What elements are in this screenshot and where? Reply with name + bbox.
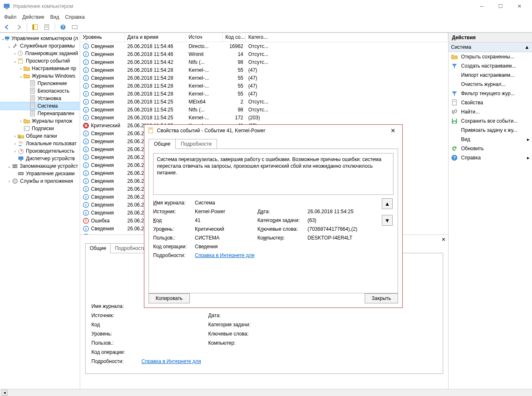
expand-icon[interactable]: ›: [18, 66, 23, 71]
tree-item[interactable]: ⌄Журналы Windows: [1, 72, 79, 80]
cell-level: Сведения: [91, 83, 114, 89]
action-item[interactable]: Обновить: [449, 144, 532, 153]
tree-item[interactable]: ⌄Запоминающие устройст: [1, 162, 79, 170]
action-item[interactable]: Очистить журнал...: [449, 80, 532, 89]
dialog-tab-details[interactable]: Подробности: [175, 139, 217, 149]
action-label: Сохранить все событи...: [461, 118, 529, 124]
tree-item-label: Общие папки: [26, 133, 57, 139]
tree-item[interactable]: Подписки: [1, 125, 79, 132]
col-level[interactable]: Уровень: [80, 33, 125, 42]
minimize-button[interactable]: ─: [472, 0, 491, 12]
properties-button[interactable]: [42, 23, 51, 32]
tree-item[interactable]: ›Производительность: [1, 147, 79, 155]
tree-item[interactable]: ⌄Управление компьютером (л: [1, 35, 79, 42]
dialog-title-bar: Свойства событий - Событие 41, Kernel-Po…: [144, 125, 402, 136]
expand-icon[interactable]: ›: [13, 141, 18, 146]
expand-icon[interactable]: ⌄: [7, 44, 12, 48]
tree-item[interactable]: ⌄Просмотр событий: [1, 57, 79, 65]
tree-item-label: Локальные пользоват: [26, 141, 77, 146]
col-datetime[interactable]: Дата и время: [125, 33, 186, 42]
back-button[interactable]: [3, 23, 12, 32]
tree-item[interactable]: ›Службы и приложения: [1, 177, 79, 185]
table-row[interactable]: iСведения26.06.2018 11:54:25MEIx642Отсут…: [80, 98, 448, 106]
col-category[interactable]: Катего...: [246, 33, 448, 42]
action-item[interactable]: ?Справка▸: [449, 153, 532, 162]
tree-item[interactable]: Диспетчер устройств: [1, 155, 79, 162]
table-row[interactable]: iСведения26.06.2018 11:54:28Kernel-...55…: [80, 90, 448, 98]
tree-item[interactable]: Управление дисками: [1, 170, 79, 177]
expand-icon[interactable]: ›: [13, 134, 18, 139]
table-row[interactable]: iСведения26.06.2018 11:54:25Ntfs (...98О…: [80, 106, 448, 114]
action-item[interactable]: Найти...: [449, 107, 532, 116]
svg-rect-3: [33, 25, 34, 30]
col-code[interactable]: Код со...: [223, 33, 246, 42]
blank-icon: [451, 136, 458, 143]
tree-item[interactable]: ›Настраиваемые пр: [1, 65, 79, 72]
extra-button[interactable]: [70, 23, 79, 32]
action-label: Импорт настраиваем...: [461, 72, 529, 78]
forward-button[interactable]: [14, 23, 23, 32]
tree-item[interactable]: ›Локальные пользоват: [1, 140, 79, 147]
help-button[interactable]: ?: [58, 23, 68, 32]
maximize-button[interactable]: ☐: [491, 0, 510, 12]
tree-item[interactable]: Перенаправлен: [1, 110, 79, 117]
action-item[interactable]: Вид▸: [449, 135, 532, 144]
expand-icon[interactable]: ⌄: [13, 59, 18, 63]
expand-icon[interactable]: ⌄: [18, 74, 23, 78]
table-row[interactable]: iСведения26.06.2018 11:54:28Kernel-...55…: [80, 66, 448, 74]
action-item[interactable]: Фильтр текущего жур...: [449, 89, 532, 98]
menu-view[interactable]: Вид: [50, 14, 59, 20]
tab-general[interactable]: Общие: [85, 243, 111, 253]
expand-icon[interactable]: ›: [13, 51, 17, 56]
menu-file[interactable]: Файл: [4, 14, 17, 20]
dialog-tab-general[interactable]: Общие: [149, 139, 176, 149]
expand-icon[interactable]: ⌄: [1, 36, 5, 41]
tree-item[interactable]: Система: [1, 102, 79, 110]
tree-item[interactable]: ›Планировщик заданий: [1, 50, 79, 57]
table-row[interactable]: iСведения26.06.2018 11:54:46Directo...16…: [80, 42, 448, 50]
prev-event-button[interactable]: ▲: [382, 198, 393, 209]
table-row[interactable]: iСведения26.06.2018 11:54:42Ntfs (...98О…: [80, 58, 448, 66]
tree-item[interactable]: Приложение: [1, 80, 79, 87]
close-button[interactable]: ✕: [510, 0, 529, 12]
dialog-help-link[interactable]: Справка в Интернете для: [195, 252, 255, 258]
filter-icon: [451, 63, 458, 69]
col-source[interactable]: Источ: [186, 33, 223, 42]
action-item[interactable]: Импорт настраиваем...: [449, 71, 532, 80]
action-item[interactable]: Привязать задачу к жу...: [449, 126, 532, 135]
table-row[interactable]: iСведения26.06.2018 11:54:46Wininit14Отс…: [80, 50, 448, 58]
actions-section[interactable]: Система ▲: [449, 43, 532, 52]
tree-item[interactable]: ⌄Служебные программы: [1, 42, 79, 50]
show-hide-button[interactable]: [30, 23, 40, 32]
table-row[interactable]: iСведения26.06.2018 11:54:28Kernel-...55…: [80, 74, 448, 82]
expand-icon[interactable]: ›: [18, 119, 23, 124]
dialog-close-button[interactable]: ✕: [387, 125, 399, 136]
expand-icon[interactable]: ⌄: [7, 164, 12, 169]
f-log-label: Имя журнала:: [153, 200, 195, 206]
tree-item[interactable]: Установка: [1, 95, 79, 102]
tree-item[interactable]: ›Общие папки: [1, 132, 79, 140]
action-item[interactable]: Свойства: [449, 98, 532, 107]
cell-code: 14: [223, 51, 246, 58]
action-item[interactable]: Открыть сохраненны...: [449, 52, 532, 61]
table-row[interactable]: iСведения26.06.2018 11:54:25Kernel-...17…: [80, 114, 448, 121]
next-event-button[interactable]: ▼: [382, 215, 393, 226]
cell-level: Ошибка: [91, 218, 110, 224]
dp-help-link[interactable]: Справка в Интернете для: [141, 358, 201, 364]
close-dialog-button[interactable]: Закрыть: [365, 293, 398, 303]
expand-icon[interactable]: ›: [7, 179, 12, 184]
info-icon: i: [83, 154, 89, 161]
svg-rect-14: [19, 59, 22, 60]
detail-close-icon[interactable]: ✕: [441, 237, 446, 242]
action-item[interactable]: Создать настраиваем...: [449, 61, 532, 71]
copy-button[interactable]: Копировать: [149, 293, 190, 303]
svg-text:i: i: [86, 179, 87, 184]
tree-item[interactable]: ›Журналы прилож: [1, 117, 79, 125]
table-row[interactable]: iСведения26.06.2018 11:54:28Kernel-...55…: [80, 82, 448, 90]
tree-item[interactable]: Безопасность: [1, 87, 79, 95]
expand-icon[interactable]: ›: [13, 149, 18, 154]
menu-action[interactable]: Действие: [23, 14, 45, 20]
action-item[interactable]: Сохранить все событи...: [449, 116, 532, 126]
scroll-left-icon[interactable]: ◄: [2, 390, 8, 396]
menu-help[interactable]: Справка: [65, 14, 85, 20]
